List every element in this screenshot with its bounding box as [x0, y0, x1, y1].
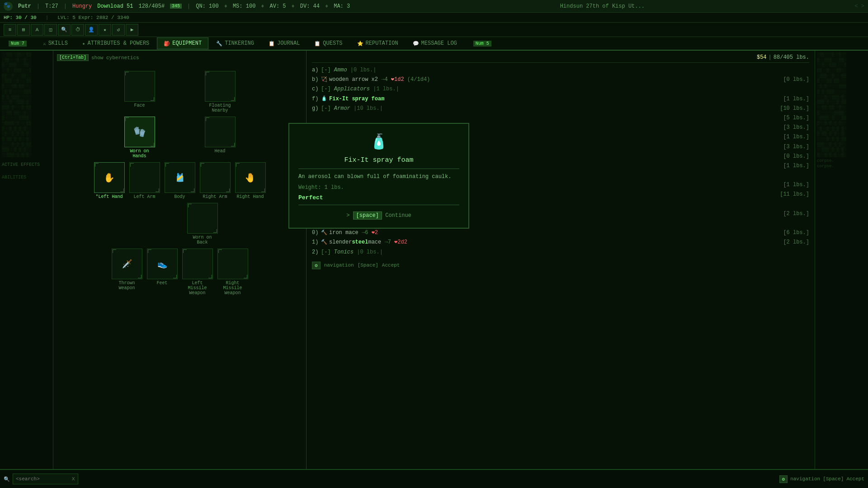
- slot-feet[interactable]: 👟 Feet: [147, 249, 178, 296]
- inv-key-a: a): [312, 66, 321, 75]
- inv-item-f[interactable]: f) 🧴 Fix-It spray foam [1 lbs.]: [312, 94, 809, 104]
- slot-thrown-weapon-box[interactable]: 🗡️: [112, 249, 142, 279]
- nav-icon: ⚙: [312, 262, 321, 269]
- slot-feet-box[interactable]: 👟: [147, 249, 178, 279]
- food-download: Download 51: [97, 3, 133, 9]
- slot-left-missile-box[interactable]: [182, 249, 213, 279]
- main-content: ░░▒▒░░▒▒░░▒▒ ░▒▒░░░▒░░▒░░ ▒░░▒▒▒░░░▒▒░ ░…: [0, 51, 868, 469]
- popup-continue[interactable]: > [space] Continue: [298, 212, 459, 219]
- slot-right-missile[interactable]: RightMissileWeapon: [217, 249, 248, 296]
- tab-journal[interactable]: 📋 JOURNAL: [262, 38, 307, 49]
- abilities-label: ABILITIES: [2, 174, 51, 181]
- inv-item-g[interactable]: g) [-] Armor |10 lbs.| [10 lbs.]: [312, 104, 809, 113]
- player-icon: 🐾: [4, 2, 13, 11]
- slot-worn-back-label: Worn onBack: [193, 235, 212, 245]
- tab-num7[interactable]: Num 7: [2, 38, 35, 49]
- inv-item-0[interactable]: 0) 🔨 iron mace →6 ❤2 [6 lbs.]: [312, 228, 809, 238]
- slot-face-box[interactable]: [124, 71, 155, 102]
- toolbar-icon-8[interactable]: ★: [99, 24, 111, 36]
- slot-left-arm[interactable]: Left Arm: [129, 162, 160, 199]
- toolbar-icon-10[interactable]: ▶: [126, 24, 138, 36]
- toolbar-icon-1[interactable]: ≡: [4, 24, 16, 36]
- arrow-icon: 🏹: [321, 76, 327, 84]
- right-sidebar: ░▒▒░░░▒░░▒░░ ▒░░▒▒▒░░░▒▒░ ░░▒░░▒▒▒░░░▒ ▒…: [815, 51, 868, 469]
- inv-item-2[interactable]: 2) [-] Tonics |0 lbs.|: [312, 248, 809, 257]
- reputation-icon: ⭐: [357, 41, 363, 47]
- tab-num5[interactable]: Num 5: [465, 38, 498, 49]
- slot-right-arm-box[interactable]: [200, 162, 231, 193]
- slot-face[interactable]: Face: [124, 71, 155, 113]
- toolbar-icon-9[interactable]: ↺: [112, 24, 125, 36]
- slot-body-box[interactable]: 🎽: [165, 162, 195, 193]
- feet-icon: 👟: [157, 259, 167, 269]
- tab-tinkering[interactable]: 🔧 TINKERING: [209, 38, 261, 49]
- slot-head-box[interactable]: [205, 117, 236, 147]
- inv-item-1[interactable]: 1) 🔨 slender steel mace →7 ❤2d2 [2 lbs.]: [312, 238, 809, 247]
- search-input[interactable]: [16, 476, 70, 482]
- cybernetics-hint: [Ctrl+Tab] show cybernetics: [57, 54, 302, 61]
- skills-icon: ⚔: [43, 41, 46, 47]
- tinkering-icon: 🔧: [216, 41, 222, 47]
- toolbar-icon-7[interactable]: 👤: [85, 24, 98, 36]
- slot-left-hand[interactable]: ✋ *Left Hand: [94, 162, 125, 199]
- lvl-stat: LVL: 5 Expr: 2882 / 3340: [57, 15, 129, 20]
- ms-stat: MS: 100: [233, 3, 255, 9]
- toolbar-icon-3[interactable]: A: [31, 24, 43, 36]
- tab-equipment[interactable]: 🎒 EQUIPMENT: [157, 38, 208, 49]
- tab-quests-label: QUESTS: [323, 40, 342, 47]
- world-map-area: ░░▒▒░░▒▒░░▒▒ ░▒▒░░░▒░░▒░░ ▒░░▒▒▒░░░▒▒░ ░…: [0, 51, 53, 183]
- toolbar-icon-2[interactable]: ⊞: [17, 24, 30, 36]
- slot-worn-back[interactable]: Worn onBack: [187, 203, 218, 245]
- inventory-panel: $54 | 88/405 lbs. a) [-] Ammo |0 lbs.| b…: [307, 51, 815, 469]
- slot-left-hand-box[interactable]: ✋: [94, 162, 125, 193]
- dv-stat: DV: 44: [300, 3, 320, 9]
- food-stat: 128/405#: [138, 3, 165, 9]
- slot-right-arm[interactable]: Right Arm: [200, 162, 231, 199]
- inv-item-extra1: [5 lbs.]: [312, 113, 809, 123]
- search-box[interactable]: X: [13, 474, 78, 484]
- inv-item-a[interactable]: a) [-] Ammo |0 lbs.|: [312, 66, 809, 75]
- slot-right-hand[interactable]: 🤚 Right Hand: [235, 162, 266, 199]
- slot-right-missile-box[interactable]: [217, 249, 248, 279]
- level-stat: T:27: [45, 3, 58, 9]
- nav-arrows: < >: [854, 3, 864, 9]
- tab-attributes-label: ATTRIBUTES & POWERS: [87, 40, 149, 47]
- inv-item-b[interactable]: b) 🏹 wooden arrow x2 →4 ❤1d2 (4/1d4) [0 …: [312, 75, 809, 84]
- tab-num5-badge: Num 5: [473, 41, 491, 47]
- slot-head-label: Head: [214, 149, 225, 154]
- slot-left-arm-box[interactable]: [129, 162, 160, 193]
- tab-tinkering-label: TINKERING: [225, 40, 254, 47]
- tab-reputation[interactable]: ⭐ REPUTATION: [350, 38, 405, 49]
- hp-bar: HP: 30 / 30 | LVL: 5 Expr: 2882 / 3340: [0, 13, 868, 23]
- toolbar-icon-6[interactable]: ⏱: [71, 24, 84, 36]
- slot-floating-nearby-box[interactable]: [205, 71, 236, 102]
- toolbar-icon-5[interactable]: 🔍: [58, 24, 71, 36]
- tab-messagelog[interactable]: 💬 MESSAGE LOG: [406, 38, 464, 49]
- popup-continue-key[interactable]: [space]: [353, 211, 382, 220]
- tab-quests[interactable]: 📋 QUESTS: [307, 38, 349, 49]
- slot-right-hand-box[interactable]: 🤚: [235, 162, 266, 193]
- nav-label: navigation: [324, 263, 354, 268]
- inventory-header: $54 | 88/405 lbs.: [312, 54, 809, 63]
- tab-skills[interactable]: ⚔ SKILLS: [36, 38, 75, 49]
- inv-item-c[interactable]: c) [-] Applicators |1 lbs.|: [312, 84, 809, 94]
- search-clear-icon[interactable]: X: [72, 476, 75, 482]
- tab-attributes[interactable]: ✦ ATTRIBUTES & POWERS: [75, 38, 156, 49]
- toolbar-icon-4[interactable]: ◫: [44, 24, 57, 36]
- mace-icon: 🔨: [321, 229, 327, 237]
- slot-worn-back-box[interactable]: [187, 203, 218, 234]
- slot-left-missile[interactable]: LeftMissileWeapon: [182, 249, 213, 296]
- accept-action-label: Accept: [846, 476, 864, 482]
- ma-stat: MA: 3: [334, 3, 350, 9]
- slot-body[interactable]: 🎽 Body: [165, 162, 195, 199]
- popup-divider-top: [298, 169, 459, 169]
- slot-right-hand-label: Right Hand: [236, 194, 264, 199]
- slot-floating-nearby[interactable]: FloatingNearby: [205, 71, 236, 113]
- slot-worn-hands[interactable]: 🧤 Worn onHands: [124, 117, 155, 159]
- player-name: Putr: [18, 3, 31, 9]
- slot-worn-hands-box[interactable]: 🧤: [124, 117, 155, 147]
- equip-row-3: ✋ *Left Hand Left Arm 🎽: [61, 162, 298, 199]
- tab-journal-label: JOURNAL: [277, 40, 300, 47]
- slot-thrown-weapon[interactable]: 🗡️ ThrownWeapon: [112, 249, 142, 296]
- slot-head[interactable]: Head: [205, 117, 236, 159]
